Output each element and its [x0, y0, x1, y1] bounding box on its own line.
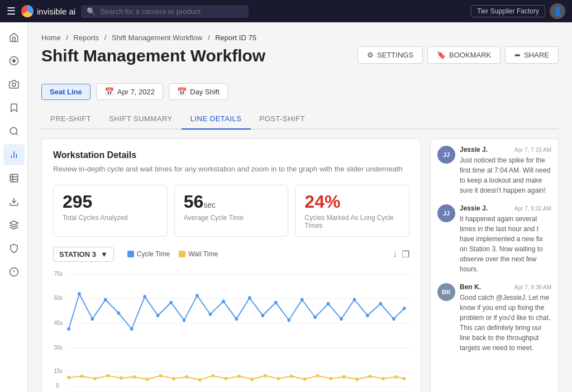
stat-value-long: 24% — [304, 192, 400, 212]
tab-pre-shift[interactable]: PRE-SHIFT — [41, 109, 100, 130]
sidebar-item-shield[interactable] — [3, 238, 25, 259]
svg-point-79 — [369, 374, 372, 377]
sidebar-item-info[interactable] — [3, 261, 25, 283]
svg-point-61 — [133, 375, 136, 378]
comment-author-1: Jessie J. — [460, 204, 488, 212]
tab-post-shift[interactable]: POST-SHIFT — [251, 109, 314, 130]
search-icon: 🔍 — [87, 7, 96, 16]
svg-point-63 — [159, 374, 163, 377]
comments-panel: JJ Jessie J. Apr 7, 7:15 AM Just noticed… — [430, 138, 559, 392]
svg-point-57 — [80, 374, 84, 377]
svg-point-60 — [120, 376, 123, 380]
download-icon[interactable]: ↓ — [393, 249, 397, 260]
comment-header-0: Jessie J. Apr 7, 7:15 AM — [460, 146, 551, 154]
svg-point-44 — [261, 313, 264, 317]
stat-value-cycles: 295 — [63, 192, 158, 212]
breadcrumb: Home / Reports / Shift Management Workfl… — [41, 34, 559, 42]
legend-cycle-dot — [127, 251, 134, 257]
comment-item-1: JJ Jessie J. Apr 7, 8:32 AM It happened … — [437, 204, 551, 274]
svg-point-51 — [353, 298, 356, 301]
comment-time-2: Apr 7, 9:38 AM — [514, 284, 551, 290]
comment-author-0: Jessie J. — [460, 146, 488, 154]
svg-point-37 — [169, 300, 173, 304]
search-box[interactable]: 🔍 — [81, 5, 249, 18]
stat-label-avg: Average Cycle Time — [184, 214, 279, 222]
breadcrumb-home[interactable]: Home — [41, 34, 61, 42]
search-input[interactable] — [100, 7, 243, 16]
comment-header-2: Ben K. Apr 7, 9:38 AM — [460, 283, 551, 291]
factory-selector[interactable]: Tier Supplier Factory — [471, 5, 545, 17]
workstation-desc: Review in-depth cycle and wait times for… — [53, 164, 409, 175]
chart-actions: ↓ ❐ — [393, 249, 409, 260]
chart-controls: STATION 3 ▼ Cycle Time Wait Time ↓ ❐ — [53, 247, 409, 262]
comment-author-2: Ben K. — [460, 283, 481, 291]
svg-text:45s: 45s — [54, 319, 63, 326]
svg-point-75 — [316, 374, 320, 377]
stat-value-avg: 56sec — [184, 192, 279, 212]
settings-icon: ⚙ — [367, 51, 374, 59]
comment-content-2: Ben K. Apr 7, 9:38 AM Good catch @Jessie… — [460, 283, 551, 353]
legend-wait-dot — [179, 251, 185, 257]
sidebar-item-chart[interactable] — [3, 144, 25, 165]
content-area: Workstation Details Review in-depth cycl… — [41, 138, 559, 392]
station-selector[interactable]: STATION 3 ▼ — [53, 247, 114, 262]
svg-point-77 — [342, 375, 346, 378]
avatar[interactable]: 👤 — [550, 3, 565, 19]
comment-item-2: BK Ben K. Apr 7, 9:38 AM Good catch @Jes… — [437, 283, 551, 353]
svg-point-48 — [313, 315, 317, 319]
comment-avatar-0: JJ — [437, 146, 455, 164]
tab-line-details[interactable]: LINE DETAILS — [182, 109, 251, 130]
share-button[interactable]: ➦ SHARE — [505, 46, 559, 64]
svg-point-46 — [287, 318, 290, 322]
logo-icon — [21, 5, 34, 17]
page-title: Shift Management Workflow — [41, 46, 265, 65]
svg-text:30s: 30s — [54, 344, 63, 351]
tab-shift-summary[interactable]: SHIFT SUMMARY — [100, 109, 182, 130]
breadcrumb-workflow[interactable]: Shift Management Workflow — [112, 34, 202, 42]
comment-text-0: Just noticed the spike for the first tim… — [460, 155, 551, 195]
calendar-icon-2: 📅 — [177, 87, 187, 96]
svg-point-42 — [235, 317, 239, 321]
menu-icon[interactable]: ☰ — [7, 5, 16, 17]
legend-wait-time: Wait Time — [179, 250, 218, 258]
stat-long-cycles: 24% Cycles Marked As Long Cycle Times — [295, 185, 409, 237]
breadcrumb-reports[interactable]: Reports — [74, 34, 99, 42]
svg-rect-8 — [10, 174, 18, 182]
filter-date[interactable]: 📅 Apr 7, 2022 — [96, 83, 163, 100]
filter-shift[interactable]: 📅 Day Shift — [169, 83, 228, 100]
svg-point-31 — [91, 317, 94, 321]
sidebar-item-layers[interactable] — [3, 214, 25, 236]
svg-point-3 — [10, 127, 17, 134]
chart-wrapper: 75s 60s 45s 30s 15s 0 — [53, 267, 409, 390]
svg-point-71 — [264, 374, 267, 377]
bookmark-button[interactable]: 🔖 BOOKMARK — [427, 46, 500, 64]
svg-point-45 — [274, 300, 278, 304]
svg-point-53 — [379, 302, 383, 305]
filter-seat-line[interactable]: Seat Line — [41, 84, 90, 100]
sidebar-item-dot[interactable] — [3, 50, 25, 71]
svg-point-55 — [403, 307, 406, 310]
svg-text:60s: 60s — [54, 294, 63, 301]
svg-point-81 — [395, 375, 398, 378]
bookmark-icon: 🔖 — [437, 51, 446, 59]
filters-row: Seat Line 📅 Apr 7, 2022 📅 Day Shift — [41, 83, 559, 100]
share-icon: ➦ — [514, 51, 521, 59]
svg-text:0: 0 — [56, 382, 60, 389]
svg-point-2 — [12, 83, 16, 87]
comment-time-0: Apr 7, 7:15 AM — [514, 147, 551, 153]
sidebar-item-search[interactable] — [3, 121, 25, 142]
comment-avatar-2: BK — [437, 283, 455, 301]
svg-marker-13 — [9, 221, 18, 226]
sidebar-item-bookmark[interactable] — [3, 97, 25, 118]
comment-avatar-1: JJ — [437, 204, 455, 222]
expand-icon[interactable]: ❐ — [402, 249, 409, 260]
svg-point-73 — [290, 374, 293, 377]
sidebar-item-camera[interactable] — [3, 74, 25, 95]
sidebar-item-list[interactable] — [3, 168, 25, 189]
sidebar-item-download[interactable] — [3, 191, 25, 212]
stat-avg-cycle: 56sec Average Cycle Time — [174, 185, 289, 237]
calendar-icon: 📅 — [104, 87, 114, 96]
settings-button[interactable]: ⚙ SETTINGS — [358, 46, 423, 64]
svg-point-47 — [301, 298, 304, 301]
sidebar-item-home[interactable] — [3, 27, 25, 48]
